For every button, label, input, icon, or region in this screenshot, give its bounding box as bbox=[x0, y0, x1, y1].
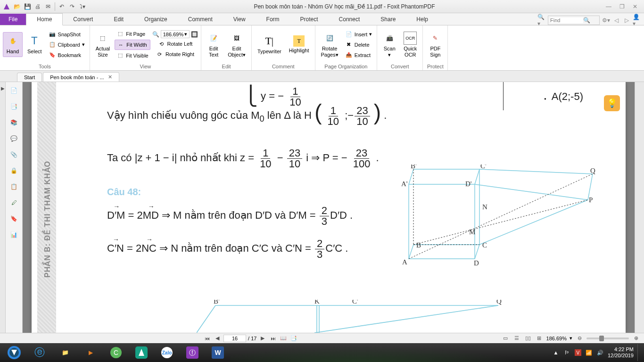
edit-object-button[interactable]: 🖼Edit Object▾ bbox=[225, 30, 248, 59]
undo-icon[interactable]: ↶ bbox=[57, 2, 66, 11]
fit-page-button[interactable]: ⬚Fit Page bbox=[115, 29, 150, 39]
tab-close-icon[interactable]: ✕ bbox=[108, 74, 112, 80]
start-button[interactable] bbox=[2, 344, 26, 361]
reflow-icon[interactable]: 📖 bbox=[279, 335, 288, 342]
bookmarks-panel-icon[interactable]: 📑 bbox=[9, 102, 19, 111]
tab-protect[interactable]: Protect bbox=[290, 14, 329, 25]
facing-view-icon[interactable]: ▯▯ bbox=[524, 335, 532, 342]
single-page-view-icon[interactable]: ▭ bbox=[501, 335, 510, 342]
rotate-left-button[interactable]: ⟲Rotate Left bbox=[156, 39, 195, 49]
app-icon-2[interactable] bbox=[129, 344, 154, 361]
page-viewport[interactable]: PHẦN B: ĐỀ THI THAM KHẢO 💡 ⎩ y = − 110 ●… bbox=[23, 82, 635, 333]
zoom-in-button[interactable]: ⊕ bbox=[632, 335, 640, 342]
typewriter-button[interactable]: T|Typewriter bbox=[255, 33, 284, 56]
restore-button[interactable]: ❐ bbox=[617, 2, 627, 11]
continuous-facing-view-icon[interactable]: ⊞ bbox=[535, 335, 544, 342]
snapshot-button[interactable]: 📷SnapShot bbox=[47, 30, 87, 39]
open-icon[interactable]: 📂 bbox=[12, 2, 22, 11]
tab-help[interactable]: Help bbox=[406, 14, 438, 25]
find-box[interactable]: 🔍 bbox=[548, 16, 600, 25]
settings-icon[interactable]: ⚙▾ bbox=[602, 16, 610, 25]
bookmark-button[interactable]: 🔖Bookmark bbox=[47, 50, 87, 60]
zoom-slider[interactable] bbox=[586, 337, 629, 339]
quick-ocr-button[interactable]: OCRQuick OCR bbox=[401, 30, 420, 59]
system-clock[interactable]: 4:22 PM 12/20/2019 bbox=[608, 346, 634, 359]
nav-collapse-toggle[interactable]: ▶ bbox=[0, 82, 6, 333]
zoom-marquee-icon[interactable]: 🔲 bbox=[190, 31, 198, 38]
fit-width-button[interactable]: ↔Fit Width bbox=[115, 40, 150, 50]
continuous-view-icon[interactable]: ☰ bbox=[512, 335, 521, 342]
tray-volume-icon[interactable]: 🔊 bbox=[596, 349, 604, 356]
security-panel-icon[interactable]: 🔒 bbox=[9, 166, 19, 175]
tab-organize[interactable]: Organize bbox=[134, 14, 178, 25]
right-gutter-scroll[interactable] bbox=[635, 82, 644, 333]
media-player-icon[interactable]: ▶ bbox=[78, 344, 103, 361]
redo-icon[interactable]: ↷ bbox=[67, 2, 77, 11]
tray-network-icon[interactable]: 📶 bbox=[585, 349, 593, 356]
tags-panel-icon[interactable]: 🔖 bbox=[9, 214, 19, 223]
prev-page-button[interactable]: ◀ bbox=[213, 335, 222, 342]
find-scope-icon[interactable]: 🔍▾ bbox=[537, 16, 546, 25]
clipboard-button[interactable]: 📋Clipboard▾ bbox=[47, 40, 87, 49]
print-icon[interactable]: 🖨 bbox=[33, 2, 42, 11]
find-input[interactable] bbox=[550, 17, 583, 23]
insert-button[interactable]: 📄Insert▾ bbox=[343, 30, 374, 39]
hand-button[interactable]: ✋Hand bbox=[3, 32, 23, 57]
reading-icon[interactable]: 📑 bbox=[289, 335, 298, 342]
nav-next-icon[interactable]: ▷ bbox=[622, 16, 631, 25]
coccoc-icon[interactable]: C bbox=[104, 344, 128, 361]
search-icon[interactable]: 🔍 bbox=[583, 17, 590, 24]
zoom-out-button[interactable]: ⊖ bbox=[575, 335, 584, 342]
next-page-button[interactable]: ▶ bbox=[258, 335, 267, 342]
tab-connect[interactable]: Connect bbox=[329, 14, 371, 25]
tab-comment[interactable]: Comment bbox=[178, 14, 223, 25]
email-icon[interactable]: ✉ bbox=[43, 2, 53, 11]
app-icon[interactable] bbox=[2, 2, 11, 11]
zoom-icon[interactable]: 🔍 bbox=[152, 31, 160, 38]
foxit-taskbar-icon[interactable]: ⓕ bbox=[180, 344, 205, 361]
nav-prev-icon[interactable]: ◁ bbox=[612, 16, 620, 25]
tray-up-icon[interactable]: ▲ bbox=[552, 349, 560, 356]
highlight-button[interactable]: THighlight bbox=[286, 33, 312, 55]
comments-panel-icon[interactable]: 💬 bbox=[9, 134, 19, 143]
fit-visible-button[interactable]: ⬚Fit Visible bbox=[115, 51, 150, 60]
attachments-panel-icon[interactable]: 📎 bbox=[9, 150, 19, 159]
order-panel-icon[interactable]: 📊 bbox=[9, 230, 19, 239]
tab-view[interactable]: View bbox=[223, 14, 256, 25]
signatures-panel-icon[interactable]: 🖊 bbox=[9, 198, 19, 207]
last-page-button[interactable]: ⏭ bbox=[269, 335, 277, 342]
rotate-right-button[interactable]: ⟳Rotate Right bbox=[154, 49, 196, 59]
explorer-icon[interactable]: 📁 bbox=[53, 344, 77, 361]
qat-more-icon[interactable]: ⤵▾ bbox=[78, 2, 87, 11]
tab-start[interactable]: Start bbox=[17, 73, 42, 82]
layers-panel-icon[interactable]: 📚 bbox=[9, 118, 19, 127]
tab-share[interactable]: Share bbox=[370, 14, 406, 25]
first-page-button[interactable]: ⏮ bbox=[203, 335, 211, 342]
show-desktop-button[interactable] bbox=[637, 344, 641, 361]
scan-button[interactable]: 📠Scan▾ bbox=[380, 30, 399, 59]
tray-flag-icon[interactable]: 🏳 bbox=[563, 349, 571, 356]
actual-size-button[interactable]: ⬚Actual Size bbox=[93, 30, 113, 59]
tab-form[interactable]: Form bbox=[256, 14, 290, 25]
tab-home[interactable]: Home bbox=[26, 13, 63, 25]
pdf-sign-button[interactable]: ✎PDF Sign bbox=[426, 30, 445, 59]
fields-panel-icon[interactable]: 📋 bbox=[9, 182, 19, 191]
close-button[interactable]: ✕ bbox=[630, 2, 640, 11]
word-icon[interactable]: W bbox=[206, 344, 230, 361]
user-icon[interactable]: 👤▾ bbox=[633, 16, 641, 25]
edit-text-button[interactable]: 📝Edit Text bbox=[204, 30, 223, 59]
tab-document[interactable]: Pen book môn toán - ...✕ bbox=[43, 72, 119, 82]
delete-button[interactable]: ✖Delete bbox=[343, 40, 374, 49]
zoom-combo[interactable]: 186.69%▾ bbox=[161, 30, 190, 38]
ie-icon[interactable]: ⓔ bbox=[27, 344, 52, 361]
minimize-button[interactable]: — bbox=[603, 2, 614, 11]
rotate-pages-button[interactable]: 🔄Rotate Pages▾ bbox=[318, 30, 341, 59]
tray-v-icon[interactable]: V bbox=[575, 349, 581, 356]
zalo-icon[interactable]: Zalo bbox=[155, 344, 179, 361]
select-button[interactable]: ᎢSelect bbox=[25, 33, 45, 56]
tab-convert[interactable]: Convert bbox=[63, 14, 103, 25]
pages-panel-icon[interactable]: 📄 bbox=[9, 86, 19, 95]
extract-button[interactable]: 📤Extract bbox=[343, 50, 374, 60]
tab-edit[interactable]: Edit bbox=[103, 14, 134, 25]
save-icon[interactable]: 💾 bbox=[23, 2, 32, 11]
